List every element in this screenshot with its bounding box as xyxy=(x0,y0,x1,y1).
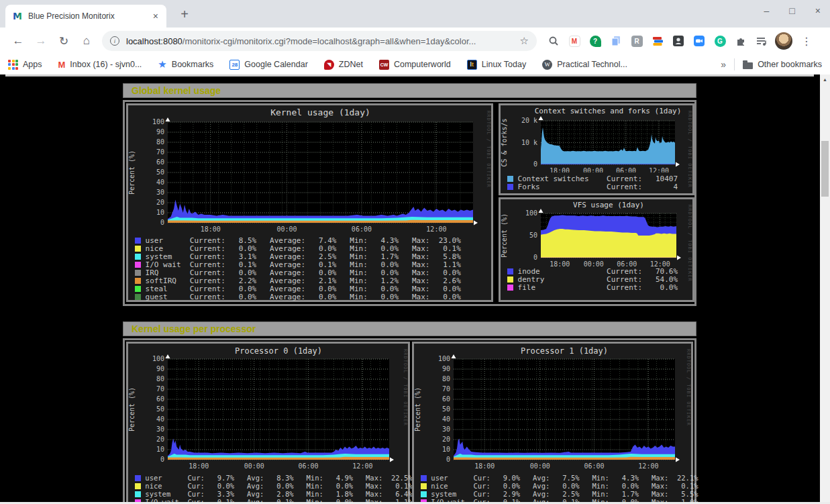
bookmark-computerworld[interactable]: CW Computerworld xyxy=(379,60,451,70)
tab-title: Blue Precision Monitorix xyxy=(28,11,150,21)
address-bar[interactable]: i localhost:8080/monitorix-cgi/monitorix… xyxy=(102,31,537,51)
gmail-extension-icon[interactable]: M xyxy=(567,34,582,48)
minimize-button[interactable]: – xyxy=(764,5,770,16)
bookmark-zdnet[interactable]: ◥ ZDNet xyxy=(324,60,363,70)
apps-grid-icon xyxy=(8,60,18,70)
svg-text:40: 40 xyxy=(156,179,164,186)
svg-text:12:00: 12:00 xyxy=(352,462,372,470)
bookmark-star-icon[interactable]: ☆ xyxy=(520,35,529,47)
bookmarks-right-group: » Other bookmarks xyxy=(721,58,822,70)
books-extension-icon[interactable] xyxy=(650,34,665,48)
svg-text:00:00: 00:00 xyxy=(530,462,550,470)
tab-close-icon[interactable]: × xyxy=(150,11,161,21)
computerworld-icon: CW xyxy=(379,60,389,70)
svg-text:90: 90 xyxy=(156,365,164,372)
new-tab-button[interactable]: + xyxy=(176,5,193,23)
active-tab[interactable]: M Blue Precision Monitorix × xyxy=(5,5,166,28)
bookmark-linux-today[interactable]: lt Linux Today xyxy=(467,60,527,70)
other-bookmarks-button[interactable]: Other bookmarks xyxy=(743,60,822,69)
bookmark-apps[interactable]: Apps xyxy=(8,60,42,70)
gmail-icon: M xyxy=(58,60,66,70)
bookmark-inbox[interactable]: M Inbox (16) - sjvn0... xyxy=(58,60,142,70)
bookmark-label: Linux Today xyxy=(482,60,527,69)
close-button[interactable]: × xyxy=(815,5,821,16)
vfs-usage-panel: 05010018:0000:0006:0012:00VFS usage (1da… xyxy=(499,197,694,302)
scrollbar-up-arrow[interactable]: ▲ xyxy=(820,74,830,84)
bookmark-bookmarks[interactable]: ★ Bookmarks xyxy=(158,58,213,70)
svg-text:00:00: 00:00 xyxy=(583,167,603,172)
browser-menu-icon[interactable]: ⋮ xyxy=(798,35,815,48)
svg-text:100: 100 xyxy=(152,355,164,362)
puzzle-extensions-icon[interactable] xyxy=(733,34,748,48)
processor-1-chart[interactable]: 010203040506070809010018:0000:0006:0012:… xyxy=(414,344,690,471)
bookmark-google-calendar[interactable]: 28 Google Calendar xyxy=(229,60,308,70)
svg-text:0: 0 xyxy=(533,254,537,261)
home-button[interactable]: ⌂ xyxy=(77,32,96,50)
context-switches-panel: 010 k20 k18:0000:0006:0012:00Context swi… xyxy=(499,103,694,195)
svg-text:CS & forks/s: CS & forks/s xyxy=(501,118,508,166)
svg-text:90: 90 xyxy=(442,365,450,372)
legend-swatch xyxy=(507,276,513,283)
svg-text:18:00: 18:00 xyxy=(189,462,209,470)
monitorix-favicon-icon: M xyxy=(12,11,23,21)
svg-text:12:00: 12:00 xyxy=(426,225,446,233)
reload-button[interactable]: ↻ xyxy=(54,32,73,50)
calendar-icon: 28 xyxy=(229,60,240,70)
svg-text:40: 40 xyxy=(442,415,450,423)
svg-text:18:00: 18:00 xyxy=(201,225,221,233)
processor-0-panel: 010203040506070809010018:0000:0006:0012:… xyxy=(126,342,410,504)
vfs-usage-chart[interactable]: 05010018:0000:0006:0012:00VFS usage (1da… xyxy=(501,199,692,266)
svg-text:70: 70 xyxy=(442,385,450,393)
section-title-text: Kernel usage per processor xyxy=(132,323,256,334)
copy-pages-extension-icon[interactable] xyxy=(609,34,623,48)
rrdtool-watermark: RRDTOOL / TOBI OETIKER xyxy=(687,205,692,282)
legend-swatch xyxy=(507,268,513,274)
site-info-icon[interactable]: i xyxy=(110,36,119,46)
svg-text:80: 80 xyxy=(156,375,164,383)
legend-swatch xyxy=(135,254,141,260)
legend-swatch xyxy=(135,294,141,300)
legend-swatch xyxy=(507,176,513,182)
context-switches-chart[interactable]: 010 k20 k18:0000:0006:0012:00Context swi… xyxy=(501,105,692,172)
tab-strip: M Blue Precision Monitorix × + – □ × xyxy=(0,0,830,28)
kernel-usage-legend: user Current: 8.5% Average: 7.4% Min: 4.… xyxy=(135,237,461,301)
help-bubble-extension-icon[interactable]: ? xyxy=(588,34,603,48)
svg-text:40: 40 xyxy=(156,415,164,423)
linux-today-icon: lt xyxy=(467,60,477,70)
svg-text:12:00: 12:00 xyxy=(638,462,658,470)
search-icon[interactable] xyxy=(546,34,561,48)
profile-avatar[interactable] xyxy=(775,32,792,50)
svg-text:10: 10 xyxy=(442,446,450,453)
bookmark-label: Inbox (16) - sjvn0... xyxy=(70,60,142,69)
person-badge-extension-icon[interactable] xyxy=(671,34,686,48)
svg-text:0: 0 xyxy=(160,456,164,463)
svg-text:06:00: 06:00 xyxy=(298,462,318,470)
bookmarks-overflow-chevron[interactable]: » xyxy=(721,59,726,70)
per-processor-section-frame: 010203040506070809010018:0000:0006:0012:… xyxy=(123,338,696,504)
r-app-extension-icon[interactable]: R xyxy=(629,34,644,48)
legend-swatch xyxy=(135,475,141,481)
divider xyxy=(734,58,735,70)
grammarly-extension-icon[interactable]: G xyxy=(713,34,727,48)
zoom-extension-icon[interactable] xyxy=(692,34,707,48)
maximize-button[interactable]: □ xyxy=(789,5,794,16)
svg-text:0: 0 xyxy=(160,219,164,226)
back-button[interactable]: ← xyxy=(9,32,28,50)
kernel-usage-chart[interactable]: 010203040506070809010018:0000:0006:0012:… xyxy=(128,105,490,234)
svg-text:M: M xyxy=(13,11,22,21)
svg-text:30: 30 xyxy=(442,425,450,433)
svg-text:50: 50 xyxy=(156,168,164,176)
kernel-usage-panel: 010203040506070809010018:0000:0006:0012:… xyxy=(126,103,493,302)
playlist-extension-icon[interactable] xyxy=(754,34,769,48)
page-scrollbar[interactable]: ▲ xyxy=(820,74,830,502)
rrdtool-watermark: RRDTOOL / TOBI OETIKER xyxy=(486,111,491,188)
scrollbar-thumb[interactable] xyxy=(821,141,829,197)
context-switches-legend: Context switches Current: 10407 Forks Cu… xyxy=(507,175,678,191)
url-text[interactable]: localhost:8080/monitorix-cgi/monitorix.c… xyxy=(126,36,515,46)
bookmark-practical-technology[interactable]: W Practical Technol... xyxy=(542,60,627,70)
processor-0-chart[interactable]: 010203040506070809010018:0000:0006:0012:… xyxy=(128,344,407,471)
window-controls: – □ × xyxy=(764,5,821,16)
svg-text:00:00: 00:00 xyxy=(244,462,264,470)
forward-button[interactable]: → xyxy=(32,32,50,50)
global-kernel-section-frame: 010203040506070809010018:0000:0006:0012:… xyxy=(123,100,696,306)
